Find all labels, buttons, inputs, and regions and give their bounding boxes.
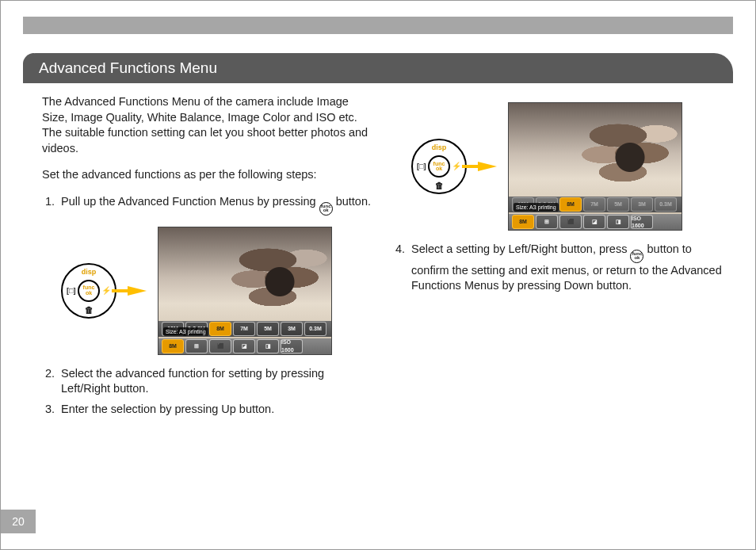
- lcd-size-label: Size: A3 printing: [163, 327, 208, 336]
- camera-lcd-figure-2: 10M 3:2 9M 8M 7M 5M 3M 0.3M Size: A3 pri…: [508, 102, 682, 231]
- steps-list-right: Select a setting by Left/Right button, p…: [392, 242, 724, 294]
- size-03m-icon: 0.3M: [304, 322, 326, 336]
- content-columns: The Advanced Functions Menu of the camer…: [1, 83, 755, 422]
- dpad-bottom-label: 🗑: [435, 181, 444, 190]
- func-ok-icon: funcok: [630, 250, 643, 263]
- lcd-bottom-icon-row: 8M ⊞ ⬛ ◪ ◨ ISO 1600: [158, 338, 331, 354]
- func-size-icon-selected: 8M: [512, 215, 534, 229]
- size-8m-icon-selected: 8M: [559, 197, 582, 212]
- lcd-size-label: Size: A3 printing: [514, 203, 559, 212]
- dpad-center-button: func ok: [428, 155, 450, 178]
- func-quality-icon: ⊞: [536, 215, 558, 229]
- lcd-bottom-icon-row: 8M ⊞ ⬛ ◪ ◨ ISO 1600: [509, 214, 682, 230]
- steps-list-left-cont: Select the advanced function for setting…: [42, 366, 373, 418]
- camera-lcd-figure-1: 10M 3:2 9M 8M 7M 5M 3M 0.3M Size: A3 pri…: [158, 227, 332, 355]
- flower-image: [571, 109, 682, 197]
- step-1-text-a: Pull up the Advanced Function Menus by p…: [61, 195, 319, 208]
- flower-image: [220, 234, 332, 321]
- dpad-right-label: ⚡: [101, 285, 111, 296]
- top-gray-bar: [23, 17, 733, 34]
- func-wb-icon: ⬛: [209, 339, 231, 353]
- page-number-text: 20: [12, 515, 25, 528]
- step-1: Pull up the Advanced Function Menus by p…: [58, 194, 373, 216]
- dpad-control-icon: disp [□] ⚡ 🗑 func ok: [411, 139, 467, 194]
- dpad-center-button: func ok: [78, 280, 100, 302]
- dpad-bottom-label: 🗑: [85, 306, 94, 315]
- figure-1: disp [□] ⚡ 🗑 func ok 10M 3:2 9M 8M 7M 5M: [61, 227, 373, 355]
- step-4-text-a: Select a setting by Left/Right button, p…: [411, 243, 630, 255]
- size-5m-icon: 5M: [607, 197, 629, 212]
- func-iso-icon: ISO 1600: [281, 339, 303, 353]
- left-column: The Advanced Functions Menu of the camer…: [42, 94, 373, 422]
- dpad-control-icon: disp [□] ⚡ 🗑 func ok: [61, 263, 116, 319]
- step-3: Enter the selection by pressing Up butto…: [58, 402, 373, 418]
- func-exposure-icon: ◨: [257, 339, 279, 353]
- func-color-icon: ◪: [583, 215, 605, 229]
- heading-text: Advanced Functions Menu: [39, 59, 217, 76]
- size-03m-icon: 0.3M: [655, 197, 677, 212]
- right-column: disp [□] ⚡ 🗑 func ok 10M 3:2 9M 8M 7M 5M: [392, 94, 724, 422]
- page-number: 20: [1, 510, 36, 533]
- size-7m-icon: 7M: [233, 322, 255, 336]
- step-1-text-b: button.: [333, 195, 371, 208]
- dpad-top-label: disp: [432, 143, 447, 152]
- func-color-icon: ◪: [233, 339, 255, 353]
- size-3m-icon: 3M: [281, 322, 303, 336]
- func-size-icon-selected: 8M: [162, 339, 184, 353]
- size-7m-icon: 7M: [583, 197, 605, 212]
- intro-paragraph: The Advanced Functions Menu of the camer…: [42, 94, 373, 156]
- dpad-right-label: ⚡: [452, 161, 461, 172]
- size-5m-icon: 5M: [257, 322, 279, 336]
- func-quality-icon: ⊞: [185, 339, 208, 353]
- section-heading: Advanced Functions Menu: [23, 53, 733, 83]
- func-exposure-icon: ◨: [607, 215, 629, 229]
- step-2: Select the advanced function for setting…: [58, 366, 373, 397]
- step-4: Select a setting by Left/Right button, p…: [408, 242, 724, 294]
- dpad-left-label: [□]: [417, 162, 426, 171]
- func-wb-icon: ⬛: [559, 215, 582, 229]
- steps-intro: Set the advanced functions as per the fo…: [42, 167, 373, 183]
- func-ok-icon: funcok: [319, 202, 333, 216]
- dpad-top-label: disp: [82, 267, 97, 277]
- steps-list-left: Pull up the Advanced Function Menus by p…: [42, 194, 373, 216]
- size-3m-icon: 3M: [631, 197, 653, 212]
- dpad-left-label: [□]: [67, 286, 75, 296]
- func-iso-icon: ISO 1600: [631, 215, 653, 229]
- figure-2: disp [□] ⚡ 🗑 func ok 10M 3:2 9M 8M 7M 5M: [411, 102, 724, 231]
- arrow-right-icon: [128, 286, 147, 296]
- arrow-right-icon: [478, 162, 497, 171]
- size-8m-icon-selected: 8M: [209, 322, 231, 336]
